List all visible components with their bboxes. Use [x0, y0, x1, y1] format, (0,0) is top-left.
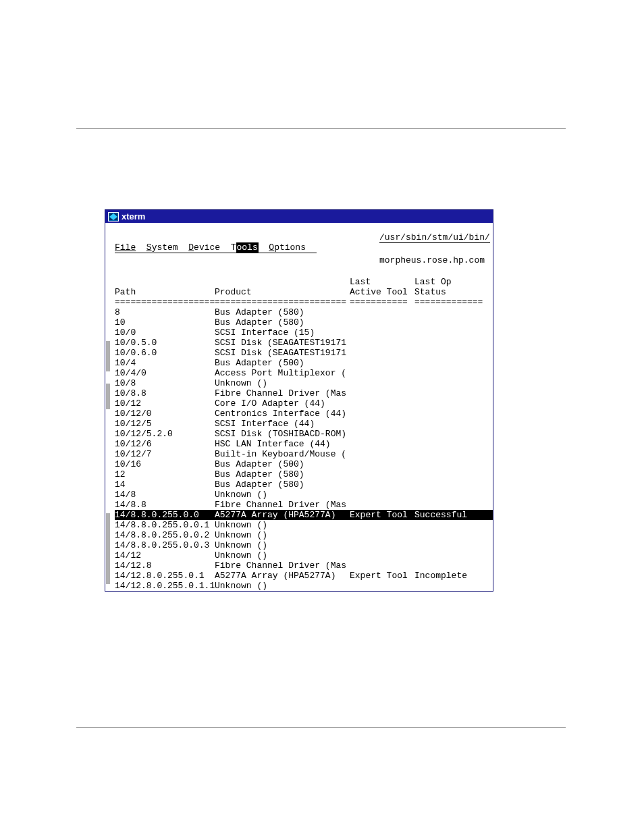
cell-product: SCSI Disk (SEAGATEST19171 — [215, 348, 350, 358]
table-row[interactable]: 14/8.8.0.255.0.0A5277A Array (HPA5277A)E… — [115, 510, 493, 520]
table-row[interactable]: 10/0.6.0SCSI Disk (SEAGATEST19171 — [115, 348, 493, 358]
cell-path: 10/0.6.0 — [115, 348, 215, 358]
scrollbar[interactable] — [105, 257, 111, 591]
table-row[interactable]: 10/16Bus Adapter (500) — [115, 459, 493, 469]
cell-tool — [350, 439, 414, 449]
table-row[interactable]: 10/8.8Fibre Channel Driver (Mas — [115, 388, 493, 398]
cell-path: 10/12/0 — [115, 409, 215, 419]
table-row[interactable]: 8Bus Adapter (580) — [115, 307, 493, 317]
cell-path: 10/12/5.2.0 — [115, 429, 215, 439]
cell-product: HSC LAN Interface (44) — [215, 439, 350, 449]
cell-product: Unknown () — [215, 520, 350, 530]
cell-tool — [350, 520, 414, 530]
table-row[interactable]: 14/8.8.0.255.0.0.1Unknown () — [115, 520, 493, 530]
cell-tool — [350, 328, 414, 338]
cell-path: 14/12.8.0.255.0.1 — [115, 571, 215, 581]
menu-bar: File System Device Tools Options — [115, 242, 317, 253]
cell-path: 14/12.8.0.255.0.1.1 — [115, 581, 215, 591]
cell-product: Access Port Multiplexor ( — [215, 368, 350, 378]
separator-row — [115, 297, 493, 307]
cell-tool — [350, 561, 414, 571]
cell-path: 14/8 — [115, 490, 215, 500]
cell-path: 10/12/6 — [115, 439, 215, 449]
table-row[interactable]: 10/12/7Built-in Keyboard/Mouse ( — [115, 449, 493, 459]
cell-product: SCSI Interface (44) — [215, 419, 350, 429]
cell-tool — [350, 409, 414, 419]
cell-product: Unknown () — [215, 550, 350, 561]
horizontal-rule — [76, 128, 566, 129]
titlebar[interactable]: xterm — [105, 210, 493, 223]
cell-product: Centronics Interface (44) — [215, 409, 350, 419]
cell-tool — [350, 419, 414, 429]
table-row[interactable]: 10/12/0Centronics Interface (44) — [115, 409, 493, 419]
table-row[interactable]: 14/8.8Fibre Channel Driver (Mas — [115, 500, 493, 510]
table-row[interactable]: 10/4/0Access Port Multiplexor ( — [115, 368, 493, 378]
cell-product: Bus Adapter (500) — [215, 459, 350, 469]
cell-product: SCSI Disk (TOSHIBACD-ROM) — [215, 429, 350, 439]
menu-device[interactable]: Device — [188, 242, 220, 253]
menu-options[interactable]: Options — [269, 242, 306, 253]
cell-tool — [350, 307, 414, 317]
table-row[interactable]: 10/0.5.0SCSI Disk (SEAGATEST19171 — [115, 338, 493, 348]
cell-path: 14/8.8.0.255.0.0 — [115, 510, 215, 520]
menu-tools[interactable]: Tools — [231, 242, 259, 253]
cell-path: 14/12 — [115, 550, 215, 561]
cell-product: Unknown () — [215, 540, 350, 550]
cell-path: 10/8.8 — [115, 388, 215, 398]
table-row[interactable]: 10/12/5.2.0SCSI Disk (TOSHIBACD-ROM) — [115, 429, 493, 439]
cell-tool: Expert Tool — [350, 571, 414, 581]
window-title: xterm — [122, 211, 145, 221]
table-row[interactable]: 10/0SCSI Interface (15) — [115, 328, 493, 338]
cell-path: 14/8.8.0.255.0.0.1 — [115, 520, 215, 530]
hostname: morpheus.rose.hp.com — [379, 255, 490, 265]
menu-system[interactable]: System — [146, 242, 178, 253]
cell-tool — [350, 581, 414, 591]
cell-product: Unknown () — [215, 490, 350, 500]
cell-tool — [350, 490, 414, 500]
table-row[interactable]: 14/12Unknown () — [115, 550, 493, 561]
table-row[interactable]: 14/12.8Fibre Channel Driver (Mas — [115, 561, 493, 571]
cell-product: Fibre Channel Driver (Mas — [215, 500, 350, 510]
cell-path: 10/12/7 — [115, 449, 215, 459]
cell-product: SCSI Interface (15) — [215, 328, 350, 338]
table-row[interactable]: 14/8Unknown () — [115, 490, 493, 500]
device-list: 8Bus Adapter (580)10Bus Adapter (580)10/… — [115, 307, 493, 591]
table-row[interactable]: 14Bus Adapter (580) — [115, 479, 493, 490]
scroll-thumb[interactable] — [106, 513, 110, 584]
cell-product: Built-in Keyboard/Mouse ( — [215, 449, 350, 459]
cell-path: 12 — [115, 469, 215, 479]
scroll-thumb[interactable] — [106, 384, 110, 409]
menu-file[interactable]: File — [115, 242, 136, 253]
cell-path: 14/8.8.0.255.0.0.2 — [115, 530, 215, 540]
cell-product: A5277A Array (HPA5277A) — [215, 510, 350, 520]
table-row[interactable]: 10Bus Adapter (580) — [115, 317, 493, 328]
table-row[interactable]: 10/12/5SCSI Interface (44) — [115, 419, 493, 429]
cell-tool — [350, 388, 414, 398]
table-row[interactable]: 14/12.8.0.255.0.1.1Unknown () — [115, 581, 493, 591]
cell-tool — [350, 358, 414, 368]
cell-tool — [350, 550, 414, 561]
table-row[interactable]: 14/8.8.0.255.0.0.3Unknown () — [115, 540, 493, 550]
scroll-thumb[interactable] — [106, 341, 110, 371]
terminal-area[interactable]: /usr/sbin/stm/ui/bin/s morpheus.rose.hp.… — [105, 223, 493, 591]
cell-product: Bus Adapter (500) — [215, 358, 350, 368]
table-row[interactable]: 10/12Core I/O Adapter (44) — [115, 398, 493, 409]
cell-path: 8 — [115, 307, 215, 317]
process-path: /usr/sbin/stm/ui/bin/s — [379, 232, 490, 243]
cell-path: 10/4 — [115, 358, 215, 368]
table-row[interactable]: 14/12.8.0.255.0.1A5277A Array (HPA5277A)… — [115, 571, 493, 581]
cell-tool — [350, 317, 414, 328]
cell-product: SCSI Disk (SEAGATEST19171 — [215, 338, 350, 348]
table-row[interactable]: 14/8.8.0.255.0.0.2Unknown () — [115, 530, 493, 540]
cell-tool — [350, 449, 414, 459]
cell-product: Bus Adapter (580) — [215, 317, 350, 328]
cell-path: 10/0.5.0 — [115, 338, 215, 348]
table-row[interactable]: 12Bus Adapter (580) — [115, 469, 493, 479]
table-row[interactable]: 10/8Unknown () — [115, 378, 493, 388]
table-row[interactable]: 10/4Bus Adapter (500) — [115, 358, 493, 368]
cell-path: 14 — [115, 479, 215, 490]
cell-product: Bus Adapter (580) — [215, 469, 350, 479]
table-row[interactable]: 10/12/6HSC LAN Interface (44) — [115, 439, 493, 449]
cell-status: Successful — [414, 510, 467, 520]
cell-tool — [350, 378, 414, 388]
